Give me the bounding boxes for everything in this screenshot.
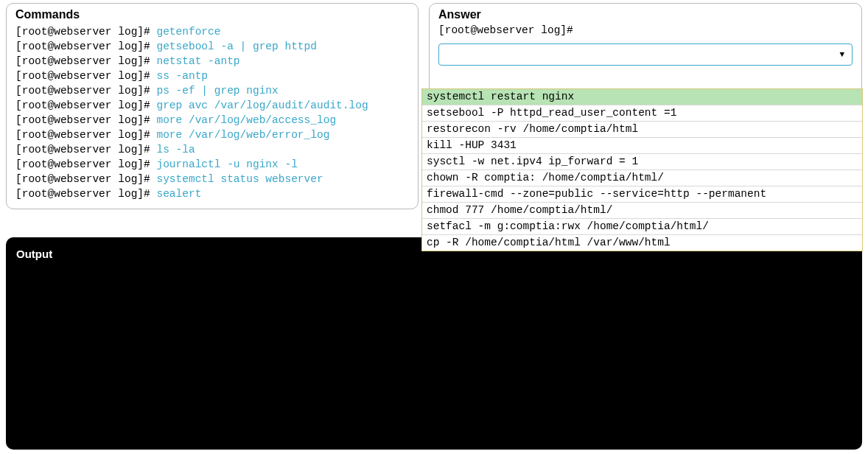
command-text: more /var/log/web/access_log [156, 114, 336, 126]
command-text: more /var/log/web/error_log [156, 129, 329, 141]
dropdown-option[interactable]: setfacl -m g:comptia:rwx /home/comptia/h… [422, 219, 862, 235]
command-text: ps -ef | grep nginx [156, 85, 278, 97]
command-line[interactable]: [root@webserver log]# ps -ef | grep ngin… [15, 83, 409, 98]
dropdown-option[interactable]: systemctl restart nginx [422, 89, 862, 105]
commands-panel: Commands [root@webserver log]# getenforc… [6, 3, 419, 209]
command-prompt: [root@webserver log]# [15, 114, 156, 126]
command-text: getenforce [156, 26, 220, 38]
output-panel: Output [6, 237, 862, 450]
dropdown-option[interactable]: kill -HUP 3431 [422, 138, 862, 154]
command-prompt: [root@webserver log]# [15, 173, 156, 185]
dropdown-option[interactable]: chmod 777 /home/comptia/html/ [422, 203, 862, 219]
command-line[interactable]: [root@webserver log]# more /var/log/web/… [15, 128, 409, 142]
command-line[interactable]: [root@webserver log]# grep avc /var/log/… [15, 98, 409, 113]
command-line[interactable]: [root@webserver log]# more /var/log/web/… [15, 113, 409, 128]
command-line[interactable]: [root@webserver log]# ss -antp [15, 69, 409, 83]
command-line[interactable]: [root@webserver log]# systemctl status w… [15, 172, 409, 186]
command-prompt: [root@webserver log]# [15, 70, 156, 82]
command-prompt: [root@webserver log]# [15, 26, 156, 38]
command-prompt: [root@webserver log]# [15, 188, 156, 200]
command-prompt: [root@webserver log]# [15, 144, 156, 156]
command-text: ss -antp [156, 70, 208, 82]
command-line[interactable]: [root@webserver log]# ls -la [15, 142, 409, 157]
command-text: netstat -antp [156, 55, 239, 67]
commands-title: Commands [15, 8, 409, 21]
dropdown-option[interactable]: setsebool -P httpd_read_user_content =1 [422, 105, 862, 122]
answer-title: Answer [438, 8, 853, 21]
command-line[interactable]: [root@webserver log]# netstat -antp [15, 54, 409, 69]
command-prompt: [root@webserver log]# [15, 129, 156, 141]
commands-list: [root@webserver log]# getenforce[root@we… [15, 24, 409, 201]
command-prompt: [root@webserver log]# [15, 99, 156, 111]
command-line[interactable]: [root@webserver log]# getenforce [15, 24, 409, 39]
command-text: grep avc /var/log/audit/audit.log [156, 99, 368, 111]
answer-select[interactable]: ▼ [438, 43, 853, 66]
command-text: ls -la [156, 144, 195, 156]
dropdown-option[interactable]: restorecon -rv /home/comptia/html [422, 122, 862, 138]
command-line[interactable]: [root@webserver log]# getsebool -a | gre… [15, 39, 409, 54]
command-line[interactable]: [root@webserver log]# sealert [15, 186, 409, 201]
command-prompt: [root@webserver log]# [15, 85, 156, 97]
command-prompt: [root@webserver log]# [15, 158, 156, 170]
dropdown-option[interactable]: cp -R /home/comptia/html /var/www/html [422, 235, 862, 251]
command-text: getsebool -a | grep httpd [156, 41, 317, 52]
command-prompt: [root@webserver log]# [15, 41, 156, 52]
dropdown-option[interactable]: chown -R comptia: /home/comptia/html/ [422, 170, 862, 186]
command-text: sealert [156, 188, 201, 200]
chevron-down-icon: ▼ [839, 50, 844, 59]
command-text: systemctl status webserver [156, 173, 323, 185]
answer-dropdown[interactable]: systemctl restart nginxsetsebool -P http… [421, 88, 863, 251]
answer-prompt: [root@webserver log]# [438, 24, 853, 36]
dropdown-option[interactable]: firewall-cmd --zone=public --service=htt… [422, 186, 862, 203]
command-prompt: [root@webserver log]# [15, 55, 156, 67]
dropdown-option[interactable]: sysctl -w net.ipv4 ip_forward = 1 [422, 154, 862, 170]
command-line[interactable]: [root@webserver log]# journalctl -u ngin… [15, 157, 409, 172]
command-text: journalctl -u nginx -l [156, 158, 297, 170]
